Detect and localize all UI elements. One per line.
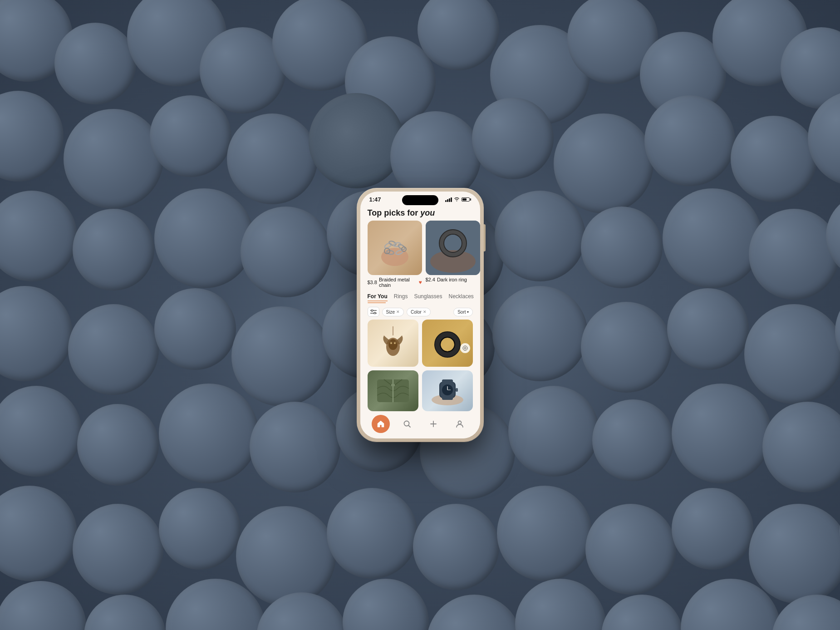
nav-home[interactable] bbox=[372, 415, 390, 433]
bottom-nav bbox=[360, 411, 480, 438]
size-filter-chip[interactable]: Size ✕ bbox=[382, 308, 404, 316]
svg-point-44 bbox=[458, 421, 461, 424]
status-icons bbox=[445, 197, 471, 202]
status-time: 1:47 bbox=[369, 196, 381, 203]
color-filter-remove[interactable]: ✕ bbox=[423, 310, 427, 314]
battery-icon bbox=[462, 197, 471, 202]
tab-underline bbox=[368, 302, 473, 303]
horizontal-product-list: $3.8 Braided metal chain ♥ bbox=[360, 221, 480, 291]
tab-necklaces[interactable]: Necklaces bbox=[448, 293, 473, 301]
product-image-jacket bbox=[368, 370, 418, 411]
category-tabs: For You Rings Sunglasses Necklaces Watch bbox=[360, 291, 480, 302]
product-price-chain: $3.8 Braided metal chain ♥ bbox=[368, 277, 422, 288]
svg-rect-30 bbox=[391, 384, 395, 386]
sort-chevron-icon: ▾ bbox=[467, 310, 469, 314]
phone-device: 1:47 bbox=[357, 188, 484, 442]
color-filter-chip[interactable]: Color ✕ bbox=[407, 308, 431, 316]
svg-point-21 bbox=[394, 342, 396, 344]
svg-point-1 bbox=[384, 242, 392, 249]
product-card-jacket[interactable] bbox=[368, 370, 418, 411]
nav-profile[interactable] bbox=[451, 415, 469, 433]
product-image-watch bbox=[422, 370, 473, 411]
phone-screen: 1:47 bbox=[360, 192, 480, 438]
product-image-chain bbox=[368, 221, 422, 275]
product-dark-ring-action[interactable] bbox=[460, 343, 470, 353]
product-price-ring: $2.4 Dark iron ring bbox=[426, 277, 480, 282]
product-card-pendant[interactable]: $3 ♡ bbox=[368, 320, 418, 367]
product-card-chain[interactable]: $3.8 Braided metal chain ♥ bbox=[368, 221, 422, 288]
svg-rect-38 bbox=[442, 379, 453, 383]
tab-rings[interactable]: Rings bbox=[394, 293, 408, 301]
svg-point-0 bbox=[381, 248, 408, 266]
size-filter-remove[interactable]: ✕ bbox=[396, 310, 400, 314]
sort-button[interactable]: Sort ▾ bbox=[453, 308, 472, 316]
svg-point-27 bbox=[464, 347, 466, 349]
svg-rect-39 bbox=[442, 396, 453, 400]
product-liked-chain: ♥ bbox=[418, 279, 422, 285]
section-header: Top picks for you bbox=[360, 205, 480, 221]
svg-point-20 bbox=[390, 342, 392, 344]
dynamic-island bbox=[402, 195, 438, 205]
svg-point-40 bbox=[404, 421, 409, 426]
svg-point-26 bbox=[463, 346, 467, 350]
filter-row: Size ✕ Color ✕ Sort ▾ bbox=[360, 305, 480, 320]
product-card-ring[interactable]: $2.4 Dark iron ring bbox=[426, 221, 480, 288]
svg-line-41 bbox=[408, 426, 410, 428]
filter-icon-button[interactable] bbox=[368, 307, 379, 317]
nav-search[interactable] bbox=[398, 415, 416, 433]
product-image-ring bbox=[426, 221, 480, 275]
product-card-watch[interactable] bbox=[422, 370, 473, 411]
tab-sunglasses[interactable]: Sunglasses bbox=[414, 293, 442, 301]
nav-add[interactable] bbox=[424, 415, 442, 433]
phone-frame: 1:47 bbox=[357, 188, 484, 442]
svg-point-16 bbox=[374, 312, 376, 314]
signal-icon bbox=[445, 197, 452, 202]
wifi-icon bbox=[454, 197, 460, 202]
product-grid: $3 ♡ bbox=[360, 320, 480, 411]
app-content: Top picks for you bbox=[360, 205, 480, 411]
product-card-dark-ring[interactable]: $2 ♥ bbox=[422, 320, 473, 367]
product-image-pendant bbox=[368, 320, 418, 367]
svg-rect-37 bbox=[456, 388, 458, 392]
tab-for-you[interactable]: For You bbox=[368, 293, 388, 301]
svg-point-15 bbox=[371, 310, 373, 311]
